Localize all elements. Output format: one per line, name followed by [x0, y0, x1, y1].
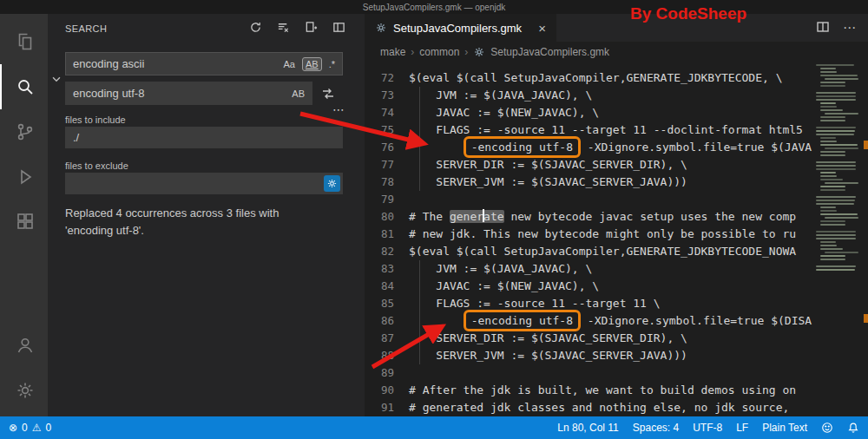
code-line[interactable]: 82$(eval $(call SetupJavaCompiler,GENERA…	[365, 243, 868, 260]
line-number: 79	[365, 191, 394, 208]
minimap-line	[825, 182, 858, 184]
line-number: 80	[365, 208, 394, 226]
line-text: # After the jdk is built, we want to bui…	[409, 382, 796, 399]
line-text: SERVER_JVM := $(SJAVAC_SERVER_JAVA)))	[409, 347, 687, 364]
whole-word-icon[interactable]: AB	[302, 57, 322, 71]
code-line[interactable]: 88 SERVER_JVM := $(SJAVAC_SERVER_JAVA)))	[365, 347, 868, 364]
code-line[interactable]: 78 SERVER_JVM := $(SJAVAC_SERVER_JAVA)))	[365, 174, 868, 191]
replace-input[interactable]	[65, 82, 312, 105]
line-number: 83	[365, 260, 394, 278]
line-number: 77	[365, 156, 394, 174]
eol-setting[interactable]: LF	[736, 422, 748, 434]
code-line[interactable]: 87 SERVER_DIR := $(SJAVAC_SERVER_DIR), \	[365, 330, 868, 347]
vscode-window: SetupJavaCompilers.gmk — openjdk By Code…	[0, 0, 868, 439]
tab-label: SetupJavaCompilers.gmk	[393, 22, 522, 35]
code-line[interactable]: 80# The generate new bytecode javac setu…	[365, 208, 868, 226]
code-line[interactable]: 75 FLAGS := -source 11 --target 11 --doc…	[365, 121, 868, 139]
line-text: -encoding utf-8 -XDignore.symbol.file=tr…	[409, 139, 812, 156]
breadcrumb-item-common[interactable]: common	[419, 46, 459, 58]
extensions-icon[interactable]	[0, 200, 48, 245]
minimap-line	[820, 248, 843, 250]
watermark-text: By CodeSheep	[630, 4, 746, 23]
files-to-exclude-label: files to exclude	[65, 161, 128, 171]
settings-gear-icon[interactable]	[0, 368, 48, 413]
minimap-line	[816, 269, 855, 271]
split-editor-icon[interactable]	[816, 20, 830, 36]
breadcrumb-item-make[interactable]: make	[380, 46, 405, 58]
minimap-line	[816, 127, 856, 128]
code-line[interactable]: 86 -encoding utf-8 -XDignore.symbol.file…	[365, 312, 868, 330]
notifications-bell-icon[interactable]	[847, 422, 859, 434]
files-to-exclude-input[interactable]	[65, 173, 343, 194]
refresh-icon[interactable]	[249, 21, 262, 36]
activity-bar	[0, 14, 48, 416]
minimap-line	[816, 134, 854, 135]
minimap-line	[820, 137, 836, 139]
minimap[interactable]	[816, 64, 866, 272]
toggle-replace-chevron-icon[interactable]	[50, 73, 62, 88]
tab-bar: SetupJavaCompilers.gmk × ⋯	[365, 14, 868, 42]
feedback-icon[interactable]	[821, 422, 833, 434]
code-line[interactable]: 72$(eval $(call SetupJavaCompiler,GENERA…	[365, 69, 868, 87]
editor-more-actions-icon[interactable]: ⋯	[843, 20, 856, 36]
clear-search-results-icon[interactable]	[277, 21, 290, 36]
code-line[interactable]: 85 FLAGS := -source 11 --target 11 \	[365, 295, 868, 312]
new-search-editor-icon[interactable]	[305, 21, 318, 36]
code-line[interactable]: 76 -encoding utf-8 -XDignore.symbol.file…	[365, 139, 868, 156]
encoding-setting[interactable]: UTF-8	[693, 422, 722, 434]
files-to-include-input[interactable]	[65, 127, 343, 148]
minimap-line	[820, 106, 837, 108]
open-in-editor-icon[interactable]	[332, 21, 345, 36]
explorer-icon[interactable]	[0, 19, 48, 64]
regex-icon[interactable]: .*	[326, 57, 339, 71]
source-control-icon[interactable]	[0, 109, 48, 154]
text-cursor	[483, 209, 484, 222]
breadcrumb-item-file[interactable]: SetupJavaCompilers.gmk	[490, 46, 609, 58]
code-line[interactable]: 90# After the jdk is built, we want to b…	[365, 382, 868, 399]
code-line[interactable]: 89	[365, 364, 868, 382]
search-icon[interactable]	[0, 64, 48, 109]
code-line[interactable]: 81# new jdk. This new bytecode might onl…	[365, 226, 868, 243]
minimap-line	[816, 196, 856, 198]
code-line[interactable]: 91# generated jdk classes and nothing el…	[365, 399, 868, 416]
search-result-message: Replaced 4 occurrences across 3 files wi…	[65, 205, 326, 239]
code-line[interactable]: 74 JAVAC := $(NEW_JAVAC), \	[365, 104, 868, 121]
minimap-line	[820, 141, 837, 142]
code-line[interactable]: 79	[365, 191, 868, 208]
minimap-line	[816, 234, 856, 236]
replace-all-icon[interactable]	[321, 87, 335, 104]
tab-setupjavacompilers[interactable]: SetupJavaCompilers.gmk ×	[365, 14, 556, 42]
code-line[interactable]: 73 JVM := $(JAVA_JAVAC), \	[365, 87, 868, 104]
minimap-line	[825, 78, 858, 80]
line-number: 91	[365, 399, 394, 416]
code-editor[interactable]: 72$(eval $(call SetupJavaCompiler,GENERA…	[365, 62, 868, 416]
run-debug-icon[interactable]	[0, 154, 48, 200]
error-icon: ⊗	[9, 422, 17, 434]
match-case-icon[interactable]: Aa	[280, 57, 299, 71]
problems-indicator[interactable]: ⊗ 0 ⚠ 0	[9, 422, 51, 434]
close-tab-icon[interactable]: ×	[538, 21, 546, 36]
preserve-case-icon[interactable]: AB	[288, 87, 308, 101]
minimap-line	[820, 241, 836, 243]
minimap-line	[816, 165, 856, 167]
indentation-setting[interactable]: Spaces: 4	[633, 422, 679, 434]
exclude-settings-gear-icon[interactable]	[324, 175, 340, 192]
account-icon[interactable]	[0, 323, 48, 368]
line-number: 74	[365, 104, 394, 121]
code-line[interactable]: 83 JVM := $(JAVA_JAVAC), \	[365, 260, 868, 278]
minimap-line	[820, 109, 843, 111]
minimap-line	[820, 82, 846, 83]
minimap-line	[816, 238, 856, 239]
language-mode[interactable]: Plain Text	[762, 422, 807, 434]
minimap-line	[820, 172, 836, 174]
line-number: 84	[365, 278, 394, 295]
line-number: 78	[365, 174, 394, 191]
cursor-position[interactable]: Ln 80, Col 11	[557, 422, 619, 434]
minimap-line	[816, 168, 856, 170]
line-text: JVM := $(JAVA_JAVAC), \	[409, 260, 592, 278]
code-line[interactable]: 77 SERVER_DIR := $(SJAVAC_SERVER_DIR), \	[365, 156, 868, 174]
toggle-search-details-icon[interactable]: ⋯	[332, 102, 345, 116]
code-line[interactable]: 84 JAVAC := $(NEW_JAVAC), \	[365, 278, 868, 295]
minimap-line	[820, 189, 846, 191]
line-text: # new jdk. This new bytecode might only …	[409, 226, 796, 243]
